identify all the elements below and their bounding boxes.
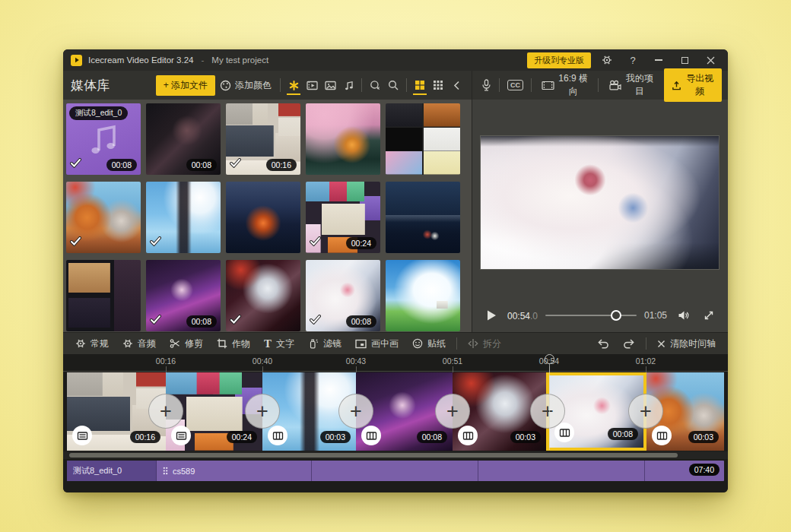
audio-track[interactable]: 测试8_edit_0 cs589 07:40 xyxy=(67,461,724,481)
close-button[interactable] xyxy=(700,52,720,68)
settings-button[interactable] xyxy=(597,52,617,68)
tool-split-button[interactable]: 拆分 xyxy=(462,334,507,353)
tool-general-button[interactable]: 常规 xyxy=(69,334,115,353)
media-tile[interactable]: 00:24 xyxy=(306,182,380,253)
media-tile[interactable]: 00:08 xyxy=(146,103,221,175)
clear-timeline-button[interactable]: 清除时间轴 xyxy=(651,334,722,353)
ruler-timestamp: 00:51 xyxy=(443,356,462,366)
minimize-button[interactable] xyxy=(649,52,669,68)
grid-small-icon xyxy=(433,80,443,90)
media-tile[interactable] xyxy=(386,182,460,253)
speaker-icon xyxy=(678,310,690,321)
checkmark-icon xyxy=(150,236,161,249)
add-transition-button[interactable]: + xyxy=(530,394,565,429)
media-tile-audio[interactable]: 测试8_edit_0 00:08 xyxy=(66,103,141,175)
gear-icon xyxy=(602,55,612,65)
undo-button[interactable] xyxy=(591,335,615,352)
my-projects-button[interactable]: 我的项目 xyxy=(604,68,658,102)
media-tile[interactable]: 00:08 xyxy=(146,260,221,331)
upload-icon xyxy=(672,81,681,90)
scrollbar-thumb[interactable] xyxy=(69,453,678,458)
audio-clip[interactable]: cs589 xyxy=(157,467,201,476)
current-time-fraction: .0 xyxy=(530,311,538,321)
volume-button[interactable] xyxy=(675,307,693,324)
export-video-button[interactable]: 导出视频 xyxy=(664,68,722,102)
checkmark-icon xyxy=(70,157,81,171)
video-preview[interactable] xyxy=(480,135,720,270)
cc-icon: CC xyxy=(507,80,523,90)
filter-video-button[interactable] xyxy=(303,75,321,95)
divider xyxy=(361,78,362,92)
filter-audio-button[interactable] xyxy=(339,75,357,95)
film-clip-icon xyxy=(268,426,287,445)
divider xyxy=(499,78,500,92)
app-logo-icon xyxy=(71,55,82,66)
view-list-button[interactable] xyxy=(429,75,447,95)
upgrade-pro-button[interactable]: 升级到专业版 xyxy=(527,52,591,68)
playback-controls: 00:54.0 01:05 xyxy=(472,299,728,332)
search-button[interactable] xyxy=(384,75,402,95)
checkmark-icon xyxy=(310,236,321,249)
tool-audio-button[interactable]: 音频 xyxy=(116,334,162,353)
tool-filter-button[interactable]: 滤镜 xyxy=(302,334,348,353)
current-time-value: 00:54 xyxy=(507,311,530,321)
redo-button[interactable] xyxy=(617,335,641,352)
filter-all-button[interactable] xyxy=(284,75,303,95)
record-voice-button[interactable] xyxy=(478,75,494,95)
fullscreen-button[interactable] xyxy=(700,307,717,324)
clip-duration-badge: 00:03 xyxy=(688,431,719,443)
seek-slider[interactable] xyxy=(545,310,637,321)
tool-trim-button[interactable]: 修剪 xyxy=(164,334,209,353)
add-transition-button[interactable]: + xyxy=(628,394,663,429)
media-tile[interactable]: 00:16 xyxy=(226,103,300,175)
library-title: 媒体库 xyxy=(69,77,110,94)
add-color-button[interactable]: 添加颜色 xyxy=(215,75,276,96)
media-name-tooltip: 测试8_edit_0 xyxy=(69,106,128,120)
timeline-ruler[interactable]: 00:16 00:40 00:43 00:51 00:54 01:02 xyxy=(63,354,728,372)
media-tile[interactable] xyxy=(386,260,460,331)
clip-duration-badge: 00:24 xyxy=(227,431,257,443)
add-files-button[interactable]: + 添加文件 xyxy=(156,75,215,96)
media-tile[interactable] xyxy=(146,182,221,253)
captions-button[interactable]: CC xyxy=(505,75,526,95)
add-color-label: 添加颜色 xyxy=(235,79,272,92)
video-track: 00:16 00:24 00:03 xyxy=(63,372,728,451)
add-transition-button[interactable]: + xyxy=(245,394,280,429)
chevron-left-icon xyxy=(453,81,460,90)
media-tile[interactable] xyxy=(226,260,300,331)
tool-sticker-button[interactable]: 贴纸 xyxy=(406,334,452,353)
undo-icon xyxy=(597,338,609,349)
aspect-ratio-button[interactable]: 16:9 横向 xyxy=(537,68,592,102)
clip-duration-badge: 00:03 xyxy=(510,431,541,443)
crop-icon xyxy=(217,338,227,349)
ruler-timestamp: 01:02 xyxy=(636,356,656,366)
view-grid-button[interactable] xyxy=(411,75,429,95)
collapse-panel-button[interactable] xyxy=(447,75,465,95)
duration-badge: 00:08 xyxy=(186,159,217,171)
filter-image-button[interactable] xyxy=(321,75,339,95)
tool-trim-label: 修剪 xyxy=(185,337,203,350)
clip-duration-badge: 00:16 xyxy=(130,431,160,443)
timeline-scrollbar[interactable] xyxy=(63,451,728,459)
seek-thumb[interactable] xyxy=(611,310,621,321)
clip-duration-badge: 00:08 xyxy=(417,431,447,443)
add-transition-button[interactable]: + xyxy=(435,394,470,429)
video-frame-image xyxy=(481,136,719,269)
media-library-panel: 媒体库 + 添加文件 添加颜色 xyxy=(63,71,472,332)
recent-files-button[interactable] xyxy=(366,75,384,95)
media-tile[interactable] xyxy=(306,103,380,175)
media-tile[interactable] xyxy=(66,182,141,253)
media-tile[interactable] xyxy=(66,260,141,331)
play-button[interactable] xyxy=(483,306,500,325)
tool-pip-button[interactable]: 画中画 xyxy=(349,334,405,353)
help-button[interactable]: ? xyxy=(623,52,643,68)
add-transition-button[interactable]: + xyxy=(148,394,183,429)
add-transition-button[interactable]: + xyxy=(338,394,373,429)
media-tile[interactable] xyxy=(226,182,300,253)
maximize-button[interactable] xyxy=(675,52,694,68)
tool-crop-button[interactable]: 作物 xyxy=(211,334,256,353)
tool-text-button[interactable]: T 文字 xyxy=(258,334,300,353)
media-tile[interactable] xyxy=(386,103,460,175)
media-tile[interactable]: 00:08 xyxy=(306,260,380,331)
asterisk-icon xyxy=(289,81,299,90)
